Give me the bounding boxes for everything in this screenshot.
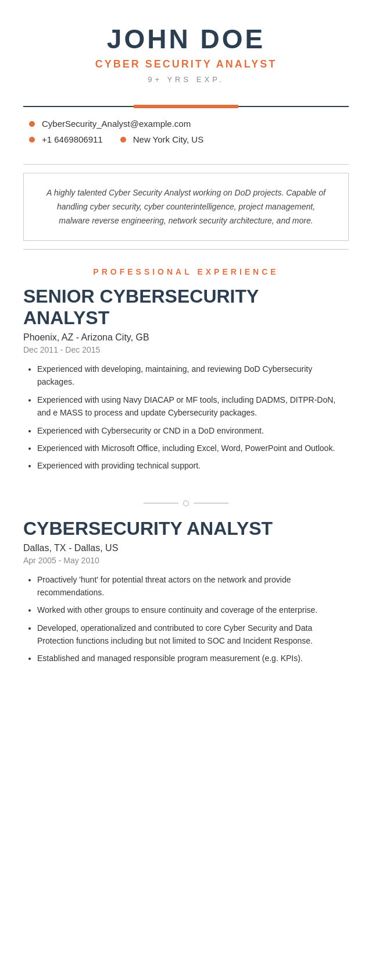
summary-text: A highly talented Cyber Security Analyst… [41, 186, 331, 228]
contact-divider [23, 164, 349, 165]
email-value: CyberSecurity_Analyst@example.com [42, 119, 191, 129]
list-item: Experienced with using Navy DIACAP or MF… [37, 393, 349, 420]
sep-circle-icon [183, 500, 189, 506]
email-row: CyberSecurity_Analyst@example.com [29, 119, 343, 129]
job-1-dates: Dec 2011 - Dec 2015 [23, 345, 349, 354]
location-item: New York City, US [120, 134, 203, 144]
list-item: Developed, operationalized and contribut… [37, 622, 349, 648]
candidate-name: JOHN DOE [23, 23, 349, 55]
section-separator [23, 500, 349, 506]
candidate-experience: 9+ YRS EXP. [23, 75, 349, 84]
email-dot-icon [29, 121, 35, 127]
candidate-title: CYBER SECURITY ANALYST [23, 58, 349, 70]
list-item: Proactively 'hunt' for potential threat … [37, 573, 349, 599]
divider-left [23, 106, 134, 107]
list-item: Worked with other groups to ensure conti… [37, 603, 349, 616]
sep-line-right [194, 503, 228, 503]
phone-value: +1 6469806911 [42, 134, 103, 144]
sep-line-left [144, 503, 178, 503]
job-1-location: Phoenix, AZ - Arizona City, GB [23, 332, 349, 343]
job-2-dates: Apr 2005 - May 2010 [23, 556, 349, 565]
phone-location-row: +1 6469806911 New York City, US [29, 134, 343, 144]
summary-box: A highly talented Cyber Security Analyst… [23, 173, 349, 241]
job-1: SENIOR CYBERSECURITY ANALYST Phoenix, AZ… [0, 286, 372, 488]
resume-header: JOHN DOE CYBER SECURITY ANALYST 9+ YRS E… [0, 0, 372, 95]
phone-dot-icon [29, 137, 35, 143]
job-2-title: CYBERSECURITY ANALYST [23, 518, 349, 539]
phone-item: +1 6469806911 [29, 134, 103, 144]
divider-accent [134, 105, 238, 108]
job-2-bullets: Proactively 'hunt' for potential threat … [23, 573, 349, 665]
list-item: Experienced with Cybersecurity or CND in… [37, 424, 349, 437]
contact-section: CyberSecurity_Analyst@example.com +1 646… [0, 108, 372, 156]
job-1-title: SENIOR CYBERSECURITY ANALYST [23, 286, 349, 329]
location-value: New York City, US [133, 134, 203, 144]
list-item: Experienced with Microsoft Office, inclu… [37, 442, 349, 455]
list-item: Experienced with developing, maintaining… [37, 363, 349, 389]
divider-right [238, 106, 349, 107]
list-item: Experienced with providing technical sup… [37, 459, 349, 472]
experience-section-title: PROFESSIONAL EXPERIENCE [23, 267, 349, 276]
job-1-bullets: Experienced with developing, maintaining… [23, 363, 349, 473]
job-2-location: Dallas, TX - Dallas, US [23, 543, 349, 553]
location-dot-icon [120, 137, 126, 143]
summary-divider [23, 249, 349, 250]
list-item: Established and managed responsible prog… [37, 652, 349, 665]
job-2: CYBERSECURITY ANALYST Dallas, TX - Dalla… [0, 518, 372, 681]
